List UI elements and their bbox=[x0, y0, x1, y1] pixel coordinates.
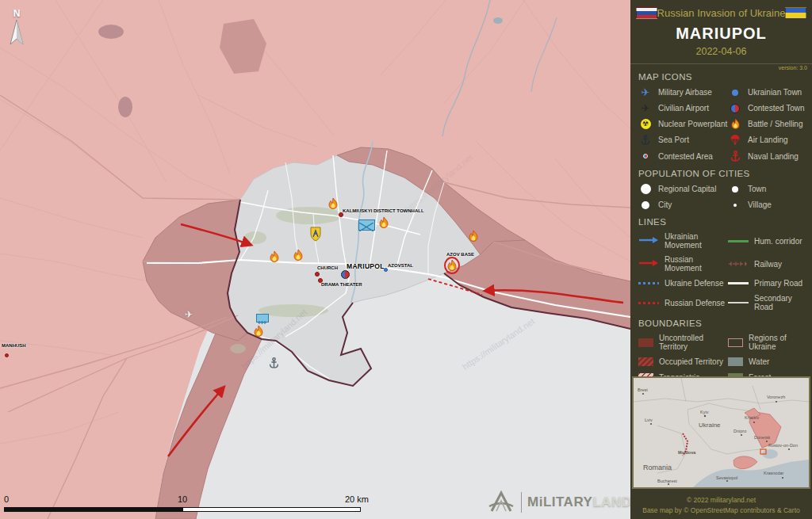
legend-item: Water bbox=[728, 357, 807, 367]
legend-label: Railway bbox=[754, 260, 782, 269]
scale-mid-label: 10 bbox=[178, 494, 187, 504]
svg-text:Donetsk: Donetsk bbox=[754, 435, 770, 440]
poi-label-drama-theater: DRAMA THEATER bbox=[321, 282, 362, 287]
legend-item: Russian Movement bbox=[638, 255, 728, 273]
legend-label: Village bbox=[748, 200, 772, 209]
legend-item: Railway bbox=[728, 255, 807, 273]
ukrainian-flag-icon bbox=[785, 7, 806, 19]
occupied-territory-swatch bbox=[638, 357, 653, 366]
legend-label: Hum. corridor bbox=[754, 237, 802, 246]
battle-shelling-icon bbox=[293, 250, 303, 261]
svg-text:Romania: Romania bbox=[643, 464, 672, 471]
legend-label: Russian Movement bbox=[665, 255, 728, 273]
ukrainian-unit-marker bbox=[256, 314, 269, 322]
battle-shelling-icon bbox=[444, 257, 460, 274]
svg-text:Bucharest: Bucharest bbox=[657, 479, 677, 483]
primary-road-icon bbox=[728, 282, 749, 285]
map-date: 2022-04-06 bbox=[630, 46, 812, 57]
legend-label: Occupied Territory bbox=[659, 357, 723, 366]
village-icon bbox=[733, 204, 737, 207]
humanitarian-corridor-icon bbox=[728, 240, 749, 242]
town-dot bbox=[5, 353, 9, 357]
compass-n-label: N bbox=[6, 8, 27, 19]
legend-item: Town bbox=[728, 184, 807, 194]
legend-label: Secondary Road bbox=[754, 294, 807, 311]
infantry-cross-icon bbox=[359, 223, 373, 231]
lines-legend: Ukrainian Movement Hum. corridor Russian… bbox=[630, 232, 812, 311]
legend-item: ✈ Civilian Airport bbox=[638, 103, 728, 113]
legend-item: Ukraine Defense bbox=[638, 278, 728, 288]
water-swatch bbox=[728, 357, 743, 366]
legend-item: Contested Area bbox=[638, 151, 728, 162]
section-title-boundaries: BOUNDARIES bbox=[638, 319, 804, 328]
inset-map-canvas: Brest Voronezh Kyiv Lviv Kharkiv Ukraine… bbox=[634, 378, 809, 487]
svg-text:Voronezh: Voronezh bbox=[767, 395, 785, 399]
svg-text:Sevastopol: Sevastopol bbox=[716, 475, 737, 480]
legend-item: Occupied Territory bbox=[638, 357, 728, 367]
secondary-road-icon bbox=[728, 302, 749, 303]
logo-divider bbox=[521, 492, 522, 513]
russian-defense-icon bbox=[638, 302, 659, 304]
logo-text-military: MiLITARY bbox=[527, 494, 592, 509]
scale-end-label: 20 km bbox=[345, 494, 369, 504]
legend-item: Russian Defense bbox=[638, 294, 728, 311]
legend-item: Hum. corridor bbox=[728, 232, 807, 250]
poi-label-kalmiuskyi: KALMIUSKYI DISTRICT TOWNHALL bbox=[343, 208, 424, 213]
russian-movement-icon bbox=[638, 259, 659, 267]
legend-item: Secondary Road bbox=[728, 294, 807, 311]
battle-shelling-icon bbox=[270, 251, 279, 262]
legend-label: Battle / Shelling bbox=[748, 120, 803, 128]
legend-label: Air Landing bbox=[748, 135, 788, 144]
legend-label: Ukrainian Movement bbox=[665, 232, 728, 250]
city-icon bbox=[642, 201, 649, 209]
svg-text:Rostov-on-Don: Rostov-on-Don bbox=[768, 443, 798, 448]
legend-label: Town bbox=[748, 185, 766, 193]
poi-label-church: CHURCH bbox=[317, 265, 338, 270]
town-icon bbox=[732, 186, 738, 193]
inset-overview-map[interactable]: Brest Voronezh Kyiv Lviv Kharkiv Ukraine… bbox=[632, 376, 810, 489]
legend-label: Nuclear Powerplant bbox=[658, 120, 727, 128]
sea-port-icon bbox=[641, 135, 650, 145]
svg-text:Krasnodar: Krasnodar bbox=[764, 471, 784, 475]
legend-item: Uncontrolled Territory bbox=[638, 334, 728, 351]
ukrainian-unit-marker bbox=[358, 219, 375, 231]
legend-item: ✈ Military Airbase bbox=[638, 87, 728, 97]
legend-item: Naval Landing bbox=[728, 151, 807, 162]
air-landing-icon bbox=[730, 135, 741, 145]
battle-shelling-icon bbox=[254, 326, 263, 337]
civilian-airport-icon: ✈ bbox=[642, 103, 650, 113]
main-map[interactable]: N https://militaryland.net https://milit… bbox=[0, 0, 630, 519]
battle-shelling-icon bbox=[469, 231, 478, 242]
regions-of-ukraine-swatch bbox=[728, 338, 743, 347]
sea-port-icon bbox=[269, 357, 279, 368]
app-window: N https://militaryland.net https://milit… bbox=[0, 0, 812, 519]
legend-item: Contested Town bbox=[728, 103, 807, 113]
legend-item: ☢ Nuclear Powerplant bbox=[638, 119, 728, 129]
svg-text:Moldova: Moldova bbox=[678, 450, 696, 455]
legend-label: City bbox=[658, 200, 672, 209]
legend-label: Ukrainian Town bbox=[748, 88, 802, 97]
legend-label: Water bbox=[749, 357, 769, 366]
section-title-map-icons: MAP ICONS bbox=[638, 72, 804, 82]
legend-label: Contested Area bbox=[658, 152, 713, 161]
legend-label: Civilian Airport bbox=[658, 104, 709, 113]
svg-text:Ukraine: Ukraine bbox=[699, 422, 721, 429]
logo-text: MiLITARYLAND bbox=[527, 494, 630, 510]
poi-label-azovstal: AZOVSTAL bbox=[388, 263, 413, 268]
population-legend: Regional Capital Town City Village bbox=[630, 184, 812, 210]
legend-label: Russian Defense bbox=[665, 299, 725, 307]
compass-arrow-icon bbox=[8, 19, 25, 48]
azov-regiment-shield-icon bbox=[310, 227, 321, 242]
legend-item: Ukrainian Town bbox=[728, 87, 807, 97]
legend-label: Regional Capital bbox=[658, 185, 716, 193]
legend-label: Ukraine Defense bbox=[665, 279, 723, 288]
svg-text:Lviv: Lviv bbox=[645, 418, 653, 422]
legend-label: Naval Landing bbox=[748, 152, 799, 161]
ukrainian-town-icon bbox=[732, 90, 738, 96]
poi-dot bbox=[339, 212, 343, 217]
svg-text:Dnipro: Dnipro bbox=[733, 429, 746, 433]
section-title-population: POPULATION OF CITIES bbox=[638, 169, 804, 178]
poi-dot bbox=[315, 272, 320, 277]
legend-item: Air Landing bbox=[728, 135, 807, 145]
town-label-manhush: MANHUSH bbox=[2, 343, 26, 348]
